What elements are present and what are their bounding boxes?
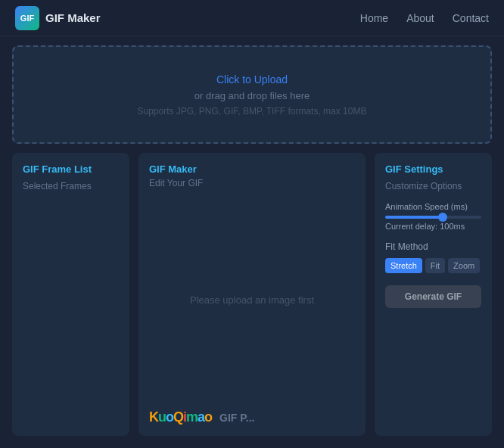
- nav-about-link[interactable]: About: [406, 12, 434, 24]
- gif-settings-title: GIF Settings: [385, 163, 481, 175]
- app-header: GIF GIF Maker Home About Contact: [0, 0, 504, 36]
- wm-u: u: [158, 409, 166, 425]
- speed-slider-fill: [385, 216, 443, 219]
- fit-method-label: Fit Method: [385, 241, 481, 252]
- upload-area[interactable]: Click to Upload or drag and drop files h…: [12, 45, 492, 144]
- fit-btn-stretch[interactable]: Stretch: [385, 258, 422, 273]
- header-brand: GIF GIF Maker: [15, 6, 101, 30]
- nav-home-link[interactable]: Home: [360, 12, 388, 24]
- upload-drag-text: or drag and drop files here: [194, 90, 310, 101]
- speed-slider-track[interactable]: [385, 216, 481, 219]
- animation-speed-label: Animation Speed (ms): [385, 202, 481, 211]
- generate-gif-button[interactable]: Generate GIF: [385, 285, 481, 308]
- wm-o: o: [166, 409, 173, 425]
- wm-a: a: [198, 409, 204, 425]
- logo-icon: GIF: [15, 6, 39, 30]
- main-panels: GIF Frame List Selected Frames GIF Maker…: [0, 153, 504, 448]
- wm-o2: o: [204, 409, 212, 425]
- fit-method-buttons: Stretch Fit Zoom: [385, 258, 481, 273]
- watermark-logo: KuoQimao: [149, 409, 212, 425]
- app-title: GIF Maker: [45, 11, 101, 24]
- panel-gif-settings: GIF Settings Customize Options Animation…: [375, 153, 492, 436]
- selected-frames-label: Selected Frames: [23, 181, 119, 191]
- upload-support-text: Supports JPG, PNG, GIF, BMP, TIFF format…: [138, 106, 367, 117]
- wm-q: Q: [173, 409, 183, 425]
- gif-maker-title: GIF Maker: [149, 163, 355, 175]
- gif-preview-area: Please upload an image first: [149, 196, 355, 403]
- upload-section: Click to Upload or drag and drop files h…: [0, 36, 504, 153]
- frame-list-title: GIF Frame List: [23, 163, 119, 175]
- delay-value-label: Current delay: 100ms: [385, 222, 481, 231]
- panel-frame-list: GIF Frame List Selected Frames: [12, 153, 129, 436]
- speed-slider-thumb[interactable]: [438, 213, 447, 222]
- panel-gif-maker: GIF Maker Edit Your GIF Please upload an…: [138, 153, 366, 436]
- fit-btn-zoom[interactable]: Zoom: [448, 258, 480, 273]
- watermark-bar: KuoQimao GIF P...: [149, 403, 355, 425]
- nav-contact-link[interactable]: Contact: [453, 12, 489, 24]
- wm-k: K: [149, 409, 158, 425]
- upload-prompt: Please upload an image first: [190, 294, 314, 306]
- watermark-gif-suffix: GIF P...: [219, 412, 254, 424]
- main-nav: Home About Contact: [360, 12, 489, 24]
- fit-btn-fit[interactable]: Fit: [425, 258, 445, 273]
- upload-click-text[interactable]: Click to Upload: [216, 73, 288, 86]
- wm-m: m: [186, 409, 198, 425]
- customize-options-label: Customize Options: [385, 181, 481, 191]
- edit-gif-subtitle: Edit Your GIF: [149, 178, 355, 188]
